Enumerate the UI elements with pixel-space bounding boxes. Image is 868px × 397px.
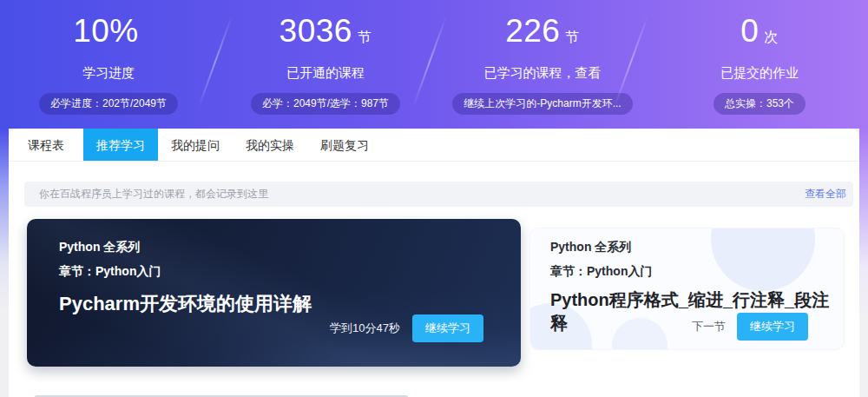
stat-learning-progress: 10% 学习进度 必学进度：202节/2049节 (0, 0, 217, 129)
stat-submitted-homework: 0次 已提交的作业 总实操：353个 (651, 0, 868, 129)
course-series: Python 全系列 (59, 240, 312, 255)
stats-row: 10% 学习进度 必学进度：202节/2049节 3036节 已开通的课程 必学… (0, 0, 868, 129)
stat-label: 学习进度 (0, 65, 217, 82)
course-chapter: 章节：Python入门 (59, 264, 312, 280)
course-chapter: 章节：Python入门 (550, 264, 844, 280)
stat-badge: 总实操：353个 (713, 93, 806, 115)
tab-recommended-learning[interactable]: 推荐学习 (83, 129, 158, 161)
stat-learned-courses: 226节 已学习的课程，查看 继续上次学习的-Pycharm开发环... (434, 0, 651, 129)
course-title: Pycharm开发环境的使用详解 (59, 291, 312, 317)
course-card-python-format[interactable]: Python 全系列 章节：Python入门 Python程序格式_缩进_行注释… (529, 228, 845, 350)
history-notice-bar: 你在百战程序员上学习过的课程，都会记录到这里 查看全部 (24, 182, 853, 207)
stat-badge: 必学：2049节/选学：987节 (251, 93, 400, 115)
tab-bar: 课程表 推荐学习 我的提问 我的实操 刷题复习 (9, 129, 859, 162)
left-edge-gradient (0, 129, 9, 397)
stat-value: 3036节 (217, 12, 434, 56)
stat-label: 已提交的作业 (651, 65, 868, 82)
continue-learning-button[interactable]: 继续学习 (737, 313, 808, 341)
stat-badge: 必学进度：202节/2049节 (39, 93, 178, 115)
tab-quiz-review[interactable]: 刷题复习 (307, 129, 382, 161)
course-series: Python 全系列 (550, 240, 844, 255)
stat-value: 226节 (434, 12, 651, 56)
course-card-pycharm[interactable]: Python 全系列 章节：Python入门 Pycharm开发环境的使用详解 … (27, 219, 521, 367)
stat-unit: 次 (764, 30, 779, 44)
history-notice-text: 你在百战程序员上学习过的课程，都会记录到这里 (39, 187, 268, 202)
next-lesson-text: 下一节 (692, 319, 726, 334)
tab-my-practice[interactable]: 我的实操 (233, 129, 307, 161)
tab-my-questions[interactable]: 我的提问 (158, 129, 233, 161)
stat-label: 已开通的课程 (217, 65, 434, 82)
stat-unit: 节 (358, 30, 372, 44)
hero-stats-banner: 10% 学习进度 必学进度：202节/2049节 3036节 已开通的课程 必学… (0, 0, 868, 129)
course-card-footer: 学到10分47秒 继续学习 (330, 314, 483, 342)
stat-badge-continue-last[interactable]: 继续上次学习的-Pycharm开发环... (452, 93, 632, 115)
stat-value: 0次 (651, 12, 868, 56)
dashboard-page: 10% 学习进度 必学进度：202节/2049节 3036节 已开通的课程 必学… (0, 0, 868, 397)
course-card-text: Python 全系列 章节：Python入门 Pycharm开发环境的使用详解 (59, 240, 312, 317)
stat-opened-courses: 3036节 已开通的课程 必学：2049节/选学：987节 (217, 0, 434, 129)
course-card-footer: 下一节 继续学习 (692, 313, 808, 341)
continue-learning-button[interactable]: 继续学习 (412, 314, 483, 342)
stat-label-view-link[interactable]: 已学习的课程，查看 (434, 65, 651, 82)
watched-time-text: 学到10分47秒 (330, 321, 400, 336)
view-all-link[interactable]: 查看全部 (805, 187, 846, 202)
right-edge-gradient (859, 129, 868, 397)
stat-unit: 节 (565, 30, 580, 44)
tab-course-schedule[interactable]: 课程表 (9, 129, 83, 161)
content-panel: 课程表 推荐学习 我的提问 我的实操 刷题复习 你在百战程序员上学习过的课程，都… (9, 129, 859, 397)
stat-value: 10% (0, 12, 217, 56)
